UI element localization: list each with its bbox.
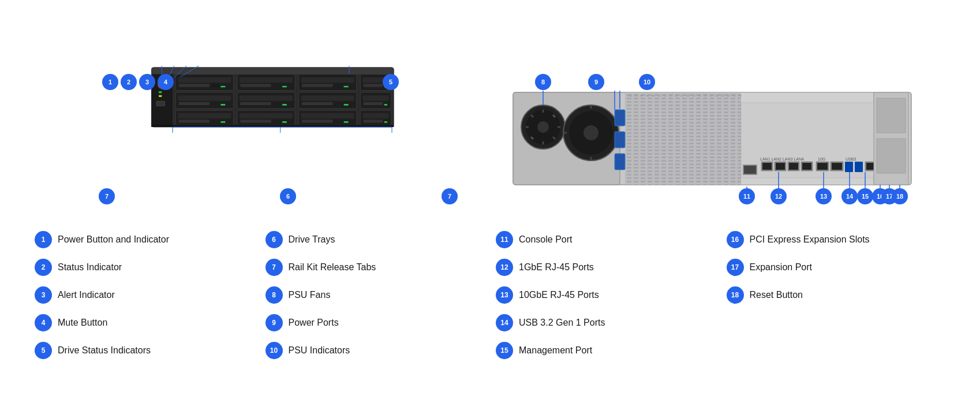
legend-badge-15: 15 bbox=[496, 342, 513, 359]
legend-item-7: 7 Rail Kit Release Tabs bbox=[265, 259, 485, 276]
svg-rect-5 bbox=[159, 95, 162, 97]
svg-rect-41 bbox=[178, 113, 231, 118]
badge-13: 13 bbox=[816, 188, 832, 204]
legend-badge-8: 8 bbox=[265, 286, 283, 304]
legend-badge-14: 14 bbox=[496, 314, 513, 331]
legend-item-4: 4 Mute Button bbox=[35, 314, 254, 331]
legend-item-9: 9 Power Ports bbox=[265, 314, 485, 331]
legend-badge-2: 2 bbox=[35, 259, 52, 276]
svg-rect-33 bbox=[301, 95, 354, 100]
badge-9: 9 bbox=[588, 74, 604, 90]
badge-11: 11 bbox=[739, 188, 755, 204]
legend-item-18: 18 Reset Button bbox=[727, 286, 946, 304]
badge-14: 14 bbox=[841, 188, 858, 204]
legend-label-14: USB 3.2 Gen 1 Ports bbox=[519, 318, 605, 328]
svg-rect-123 bbox=[802, 163, 811, 170]
svg-text:LAN1 LAN2 LAN3 LAN4: LAN1 LAN2 LAN3 LAN4 bbox=[760, 157, 804, 161]
legend-label-1: Power Button and Indicator bbox=[58, 234, 169, 245]
legend-badge-18: 18 bbox=[727, 286, 744, 304]
legend-label-7: Rail Kit Release Tabs bbox=[289, 262, 376, 273]
svg-rect-35 bbox=[344, 104, 349, 106]
legend-item-10: 10 PSU Indicators bbox=[265, 342, 485, 359]
legend-badge-7: 7 bbox=[265, 259, 283, 276]
badge-2: 2 bbox=[121, 74, 137, 90]
badge-1: 1 bbox=[102, 74, 118, 90]
svg-rect-37 bbox=[362, 95, 388, 100]
badge-8: 8 bbox=[535, 74, 551, 90]
svg-rect-119 bbox=[776, 163, 785, 170]
badge-6: 6 bbox=[280, 188, 296, 204]
legend-badge-4: 4 bbox=[35, 314, 52, 331]
svg-rect-19 bbox=[344, 86, 349, 88]
svg-rect-87 bbox=[615, 132, 625, 148]
legend-label-12: 1GbE RJ-45 Ports bbox=[519, 262, 594, 273]
badge-15: 15 bbox=[857, 188, 873, 204]
svg-rect-121 bbox=[789, 163, 798, 170]
badge-4: 4 bbox=[158, 74, 174, 90]
svg-text:USB3: USB3 bbox=[846, 157, 856, 161]
legend-item-16: 16 PCI Express Expansion Slots bbox=[727, 231, 946, 248]
legend-label-8: PSU Fans bbox=[289, 290, 331, 300]
svg-rect-13 bbox=[240, 77, 293, 83]
badge-3: 3 bbox=[139, 74, 155, 90]
legend-badge-16: 16 bbox=[727, 231, 744, 248]
svg-rect-127 bbox=[832, 163, 842, 170]
svg-rect-125 bbox=[817, 163, 828, 170]
svg-rect-46 bbox=[240, 120, 271, 122]
badge-12: 12 bbox=[770, 188, 787, 204]
svg-rect-31 bbox=[282, 104, 287, 106]
svg-rect-128 bbox=[845, 162, 853, 172]
svg-rect-15 bbox=[282, 86, 287, 88]
svg-rect-10 bbox=[212, 84, 219, 87]
svg-text:10G: 10G bbox=[818, 157, 825, 161]
svg-point-81 bbox=[583, 125, 599, 140]
svg-rect-53 bbox=[362, 113, 388, 118]
legend-item-17: 17 Expansion Port bbox=[727, 259, 946, 276]
svg-rect-8 bbox=[178, 77, 231, 83]
svg-rect-134 bbox=[877, 139, 906, 173]
svg-rect-30 bbox=[240, 102, 271, 105]
back-panel-svg: LAN1 LAN2 LAN3 LAN4 10G USB3 bbox=[502, 17, 917, 208]
legend-label-17: Expansion Port bbox=[750, 262, 813, 273]
svg-rect-22 bbox=[364, 84, 383, 87]
legend-label-13: 10GbE RJ-45 Ports bbox=[519, 290, 599, 300]
legend-item-2: 2 Status Indicator bbox=[35, 259, 254, 276]
svg-rect-34 bbox=[302, 102, 332, 105]
legend-label-4: Mute Button bbox=[58, 318, 107, 328]
legend-badge-11: 11 bbox=[496, 231, 513, 248]
svg-rect-1 bbox=[151, 68, 394, 74]
front-device: 1 2 3 4 5 6 7 7 bbox=[63, 17, 467, 144]
legend-item-14: 14 USB 3.2 Gen 1 Ports bbox=[496, 314, 715, 331]
legend-item-12: 12 1GbE RJ-45 Ports bbox=[496, 259, 715, 276]
svg-rect-27 bbox=[220, 104, 225, 106]
svg-rect-45 bbox=[240, 113, 293, 118]
svg-rect-133 bbox=[877, 98, 906, 133]
svg-rect-9 bbox=[179, 84, 210, 87]
svg-rect-88 bbox=[615, 154, 625, 170]
legend-badge-9: 9 bbox=[265, 314, 283, 331]
legend-label-9: Power Ports bbox=[289, 318, 339, 328]
badge-7b: 7 bbox=[442, 188, 458, 204]
svg-rect-14 bbox=[240, 84, 271, 87]
legend-item-5: 5 Drive Status Indicators bbox=[35, 342, 254, 359]
legend-item-1: 1 Power Button and Indicator bbox=[35, 231, 254, 248]
svg-rect-38 bbox=[364, 102, 383, 105]
svg-rect-17 bbox=[301, 77, 354, 83]
legend-badge-13: 13 bbox=[496, 286, 513, 304]
legend-item-6: 6 Drive Trays bbox=[265, 231, 485, 248]
svg-rect-51 bbox=[344, 121, 349, 123]
legend-item-11: 11 Console Port bbox=[496, 231, 715, 248]
svg-rect-6 bbox=[156, 101, 165, 106]
svg-rect-129 bbox=[855, 162, 863, 172]
svg-rect-47 bbox=[282, 121, 287, 123]
legend-label-11: Console Port bbox=[519, 234, 573, 245]
svg-rect-50 bbox=[302, 120, 332, 122]
svg-rect-55 bbox=[384, 121, 387, 123]
legend-badge-10: 10 bbox=[265, 342, 283, 359]
legend-badge-12: 12 bbox=[496, 259, 513, 276]
legend-label-15: Management Port bbox=[519, 345, 592, 356]
devices-row: 1 2 3 4 5 6 7 7 bbox=[23, 17, 957, 208]
badge-10: 10 bbox=[639, 74, 655, 90]
legend-badge-17: 17 bbox=[727, 259, 744, 276]
svg-point-70 bbox=[537, 121, 549, 133]
